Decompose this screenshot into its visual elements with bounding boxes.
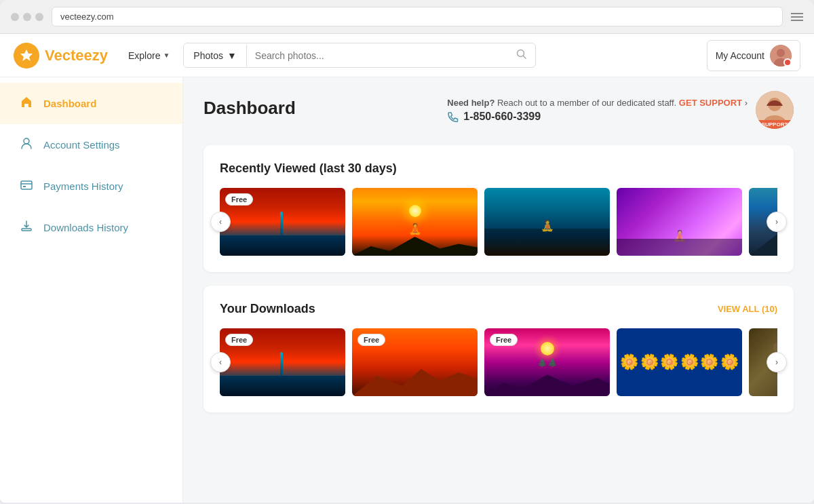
support-help-text: Need help? Reach out to a member of our … — [447, 98, 748, 108]
browser-chrome: vecteezy.com — [0, 0, 814, 34]
downloads-carousel-prev[interactable]: ‹ — [210, 352, 231, 372]
need-help-bold: Need help? — [447, 98, 495, 108]
page-title: Dashboard — [204, 98, 296, 119]
sidebar-item-account-settings[interactable]: Account Settings — [0, 124, 182, 166]
free-badge-dl-3: Free — [490, 334, 518, 346]
home-icon — [19, 95, 34, 112]
sidebar: Dashboard Account Settings — [0, 77, 183, 503]
recently-viewed-header: Recently Viewed (last 30 days) — [220, 161, 777, 176]
phone-number: 1-850-660-3399 — [463, 111, 541, 123]
search-input[interactable] — [247, 45, 509, 66]
logo-icon — [14, 43, 39, 69]
top-nav: Vecteezy Explore ▼ Photos ▼ My Account — [0, 34, 814, 77]
recently-viewed-image-4[interactable]: 🧘 — [617, 188, 742, 256]
sidebar-account-settings-label: Account Settings — [43, 139, 120, 151]
svg-rect-6 — [21, 181, 32, 189]
recently-viewed-images: Free 🧘 — [220, 188, 777, 256]
carousel-next-button[interactable]: › — [767, 212, 787, 232]
support-subtext: Reach out to a member of our dedicated s… — [497, 98, 676, 108]
sidebar-payments-label: Payments History — [43, 180, 123, 192]
carousel-prev-button[interactable]: ‹ — [210, 212, 231, 232]
browser-dot-2 — [23, 13, 31, 21]
support-area: Need help? Reach out to a member of our … — [447, 98, 794, 129]
search-area: Photos ▼ — [183, 43, 536, 68]
explore-button[interactable]: Explore ▼ — [128, 50, 170, 61]
avatar-badge — [783, 58, 792, 66]
svg-line-1 — [524, 56, 526, 59]
recently-viewed-image-3[interactable]: 🧘 — [484, 188, 610, 256]
app-wrapper: Vecteezy Explore ▼ Photos ▼ My Account — [0, 34, 814, 503]
download-image-3[interactable]: 🌲🌲 Free — [484, 328, 610, 396]
account-label: My Account — [716, 50, 764, 61]
main-area: Dashboard Account Settings — [0, 77, 814, 503]
sidebar-item-payments-history[interactable]: Payments History — [0, 166, 182, 207]
browser-dots — [11, 13, 43, 21]
recently-viewed-image-1[interactable]: Free — [220, 188, 345, 256]
nav-right: My Account — [707, 40, 800, 71]
svg-point-5 — [24, 138, 29, 144]
support-texts: Need help? Reach out to a member of our … — [447, 98, 748, 123]
view-all-link[interactable]: VIEW ALL (10) — [718, 304, 777, 314]
downloads-card: Your Downloads VIEW ALL (10) ‹ Free — [204, 286, 794, 412]
browser-dot-3 — [35, 13, 43, 21]
support-badge-label: SUPPORT — [756, 120, 794, 129]
svg-rect-9 — [22, 229, 31, 231]
svg-rect-8 — [23, 186, 26, 187]
sidebar-item-dashboard[interactable]: Dashboard — [0, 83, 182, 124]
logo-text: Vecteezy — [45, 47, 108, 64]
address-bar[interactable]: vecteezy.com — [52, 7, 783, 26]
download-icon — [19, 219, 34, 236]
logo-area: Vecteezy — [14, 43, 108, 69]
explore-chevron: ▼ — [163, 52, 170, 59]
browser-menu-icon[interactable] — [791, 13, 803, 21]
download-image-4[interactable]: 🌼 🌼 🌼 🌼 🌼 🌼 — [617, 328, 742, 396]
recently-viewed-title: Recently Viewed (last 30 days) — [220, 161, 397, 176]
phone-icon — [447, 111, 459, 123]
payment-icon — [19, 178, 34, 195]
sidebar-dashboard-label: Dashboard — [43, 98, 96, 109]
download-image-2[interactable]: Free — [352, 328, 478, 396]
download-image-1[interactable]: Free — [220, 328, 345, 396]
downloads-images: Free Free — [220, 328, 777, 396]
explore-label: Explore — [128, 50, 160, 61]
sidebar-item-downloads-history[interactable]: Downloads History — [0, 207, 182, 248]
search-button[interactable] — [508, 43, 535, 67]
recently-viewed-card: Recently Viewed (last 30 days) ‹ Free — [204, 145, 794, 272]
search-type-label: Photos — [193, 50, 223, 61]
free-badge-dl-2: Free — [357, 334, 385, 346]
downloads-title: Your Downloads — [220, 302, 315, 316]
get-support-link[interactable]: GET SUPPORT — [679, 98, 742, 108]
person-icon — [19, 136, 34, 153]
dashboard-header: Dashboard Need help? Reach out to a memb… — [204, 98, 794, 129]
search-type-button[interactable]: Photos ▼ — [184, 45, 246, 66]
downloads-carousel-next[interactable]: › — [767, 352, 787, 372]
svg-point-3 — [777, 49, 785, 57]
search-icon — [516, 49, 527, 60]
recently-viewed-image-2[interactable]: 🧘 — [352, 188, 478, 256]
downloads-header: Your Downloads VIEW ALL (10) — [220, 302, 777, 316]
sidebar-downloads-label: Downloads History — [43, 222, 128, 233]
my-account-button[interactable]: My Account — [707, 40, 800, 71]
recently-viewed-carousel: ‹ Free — [220, 188, 777, 256]
support-agent-avatar: SUPPORT — [756, 91, 794, 129]
support-arrow: › — [745, 98, 748, 108]
support-phone: 1-850-660-3399 — [447, 111, 748, 123]
downloads-carousel: ‹ Free — [220, 328, 777, 396]
free-badge-rv-1: Free — [225, 193, 253, 206]
browser-dot-1 — [11, 13, 19, 21]
search-type-chevron: ▼ — [227, 50, 237, 61]
dashboard-content: Dashboard Need help? Reach out to a memb… — [183, 77, 814, 503]
free-badge-dl-1: Free — [225, 334, 253, 346]
